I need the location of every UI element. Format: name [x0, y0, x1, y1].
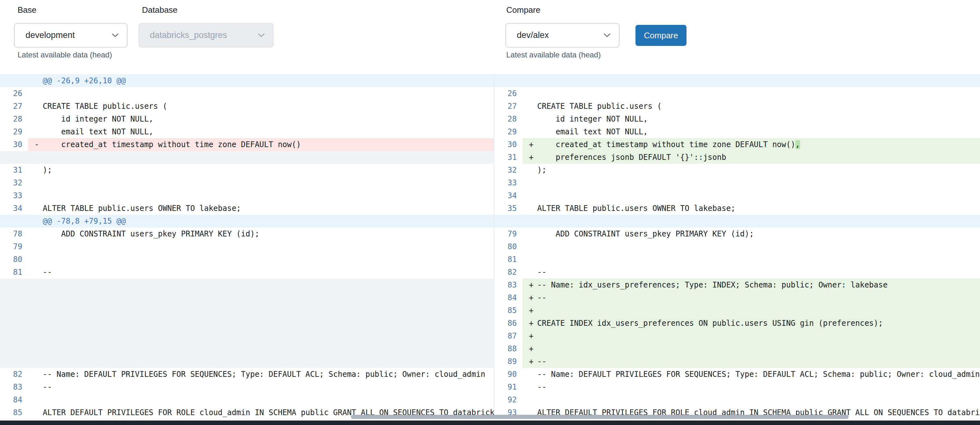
code-line: ADD CONSTRAINT users_pkey PRIMARY KEY (i… [523, 228, 980, 240]
code-line: + preferences jsonb DEFAULT '{}'::jsonb [523, 151, 980, 164]
compare-branch-select[interactable]: dev/alex [505, 23, 619, 48]
code-line: - created_at timestamp without time zone… [28, 138, 494, 151]
diff-marker [35, 151, 43, 164]
diff-marker [529, 164, 537, 177]
line-number [0, 74, 28, 87]
chevron-down-icon [111, 33, 119, 37]
diff-cell-left: 82 -- Name: DEFAULT PRIVILEGES FOR SEQUE… [0, 368, 494, 380]
diff-marker [35, 228, 43, 240]
window-bottom-edge [0, 420, 980, 425]
code-line [28, 240, 494, 253]
diff-row: 32 33 [0, 177, 980, 189]
diff-marker [529, 393, 537, 406]
line-number [0, 291, 28, 304]
diff-marker [35, 406, 43, 419]
code-line: ); [523, 164, 980, 177]
diff-cell-right: 85+ [494, 304, 980, 317]
diff-cell-right: 30+ created_at timestamp without time zo… [494, 138, 980, 151]
code-line [28, 177, 494, 189]
code-line: -- [28, 380, 494, 393]
diff-cell-right: 80 [494, 240, 980, 253]
diff-marker [529, 126, 537, 138]
diff-cell-right: 82 -- [494, 266, 980, 279]
diff-cell-right: 79 ADD CONSTRAINT users_pkey PRIMARY KEY… [494, 228, 980, 240]
line-number: 83 [0, 380, 28, 393]
diff-marker [35, 317, 43, 329]
line-number: 29 [495, 126, 523, 138]
diff-marker [35, 380, 43, 393]
diff-cell-left: 79 [0, 240, 494, 253]
diff-row: 84+-- [0, 291, 980, 304]
diff-cell-right: 35 ALTER TABLE public.users OWNER TO lak… [494, 202, 980, 215]
diff-cell-right: 32 ); [494, 164, 980, 177]
diff-marker [529, 74, 537, 87]
diff-cell-right: 87+ [494, 329, 980, 342]
diff-cell-right: 34 [494, 189, 980, 202]
code-line: CREATE TABLE public.users ( [523, 100, 980, 113]
database-select: databricks_postgres [138, 23, 274, 48]
diff-marker: + [529, 342, 537, 355]
diff-row: 31+ preferences jsonb DEFAULT '{}'::json… [0, 151, 980, 164]
diff-marker [35, 393, 43, 406]
line-number: 86 [495, 317, 523, 329]
diff-marker: + [529, 355, 537, 368]
line-number: 81 [0, 266, 28, 279]
diff-cell-right: 33 [494, 177, 980, 189]
line-number [0, 304, 28, 317]
horizontal-scrollbar-thumb[interactable] [351, 415, 849, 419]
diff-cell-left: @@ -26,9 +26,10 @@ [0, 74, 494, 87]
code-line: CREATE TABLE public.users ( [28, 100, 494, 113]
code-text: id integer NOT NULL, [537, 115, 648, 124]
base-branch-select[interactable]: development [14, 23, 127, 48]
line-number [0, 279, 28, 291]
diff-marker [529, 368, 537, 380]
diff-rows-container: @@ -26,9 +26,10 @@ 26 26 27 CREATE TABLE… [0, 74, 980, 419]
line-number: 32 [0, 177, 28, 189]
hunk-header-row: @@ -26,9 +26,10 @@ [0, 74, 980, 87]
diff-cell-right: 83+-- Name: idx_users_preferences; Type:… [494, 279, 980, 291]
diff-cell-left: 32 [0, 177, 494, 189]
code-line: ALTER TABLE public.users OWNER TO lakeba… [28, 202, 494, 215]
diff-marker [35, 100, 43, 113]
line-number: 31 [0, 164, 28, 177]
line-number: 28 [0, 113, 28, 126]
base-label: Base [18, 5, 37, 15]
diff-cell-left [0, 329, 494, 342]
code-text: CREATE INDEX idx_users_preferences ON pu… [537, 319, 883, 328]
code-line: -- Name: DEFAULT PRIVILEGES FOR SEQUENCE… [523, 368, 980, 380]
code-line [28, 87, 494, 100]
line-number: 33 [0, 189, 28, 202]
line-number: 27 [0, 100, 28, 113]
line-number: 88 [495, 342, 523, 355]
diff-marker: + [529, 279, 537, 291]
code-text: @@ -26,9 +26,10 @@ [43, 76, 126, 85]
diff-row: 82 -- Name: DEFAULT PRIVILEGES FOR SEQUE… [0, 368, 980, 380]
diff-marker: + [529, 317, 537, 329]
diff-marker [35, 355, 43, 368]
diff-cell-right: 90 -- Name: DEFAULT PRIVILEGES FOR SEQUE… [494, 368, 980, 380]
diff-marker [529, 202, 537, 215]
schema-diff-view: @@ -26,9 +26,10 @@ 26 26 27 CREATE TABLE… [0, 74, 980, 425]
diff-cell-right: 26 [494, 87, 980, 100]
diff-cell-right [494, 74, 980, 87]
code-text: email text NOT NULL, [537, 127, 648, 136]
line-number: 82 [0, 368, 28, 380]
diff-cell-left: 27 CREATE TABLE public.users ( [0, 100, 494, 113]
code-line: + created_at timestamp without time zone… [523, 138, 980, 151]
line-number: 80 [0, 253, 28, 266]
diff-row: 27 CREATE TABLE public.users (27 CREATE … [0, 100, 980, 113]
line-number [0, 355, 28, 368]
diff-cell-right: 31+ preferences jsonb DEFAULT '{}'::json… [494, 151, 980, 164]
diff-cell-left [0, 317, 494, 329]
compare-button[interactable]: Compare [635, 25, 687, 46]
line-number [495, 215, 523, 228]
diff-marker: + [529, 304, 537, 317]
diff-marker [529, 113, 537, 126]
code-line [28, 291, 494, 304]
line-number: 33 [495, 177, 523, 189]
diff-marker [35, 329, 43, 342]
diff-marker [35, 253, 43, 266]
diff-row: 83 --91 -- [0, 380, 980, 393]
diff-row: 34 ALTER TABLE public.users OWNER TO lak… [0, 202, 980, 215]
diff-row: 87+ [0, 329, 980, 342]
